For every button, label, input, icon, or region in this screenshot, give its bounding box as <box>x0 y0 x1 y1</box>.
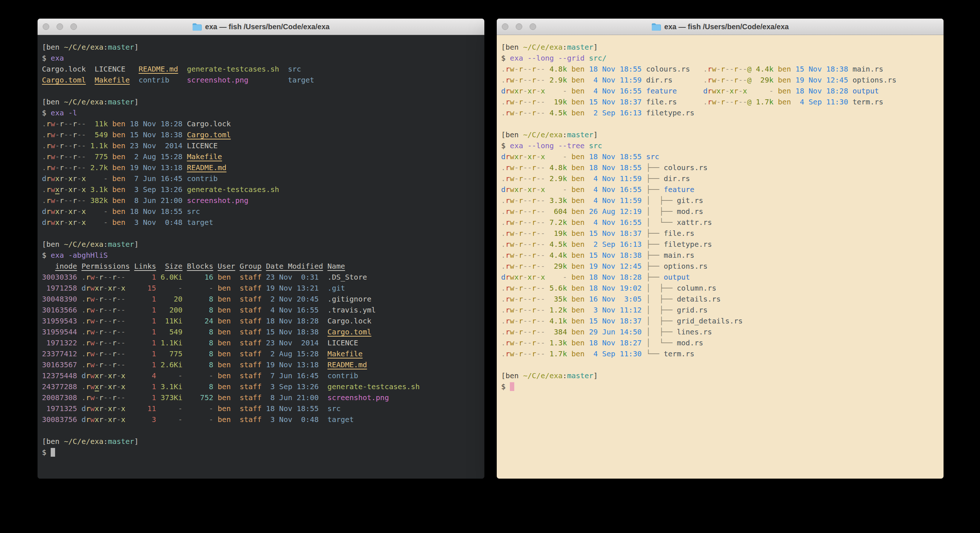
text-token: - <box>527 97 532 106</box>
text-token: 4.8 <box>550 65 563 73</box>
text-token: - <box>68 152 73 161</box>
text-token: - <box>91 207 108 216</box>
text-token: dir.rs <box>664 174 690 183</box>
text-token: r <box>99 327 103 336</box>
title-area: exa — fish /Users/ben/Code/exa/exa <box>651 22 789 31</box>
text-token <box>86 152 90 161</box>
text-token: r <box>506 327 510 336</box>
text-token <box>545 240 549 249</box>
text-token <box>585 75 589 85</box>
text-token: ben <box>112 174 126 183</box>
text-token: Date Modified <box>266 262 323 271</box>
text-token: 549 <box>91 130 108 139</box>
text-token: r <box>532 349 536 358</box>
tree-branch: ├── <box>646 240 663 249</box>
text-token <box>545 338 549 347</box>
terminal-line: .rw-r--r-- 19k ben 15 Nov 18:37 file.rs … <box>501 96 943 107</box>
text-token: k <box>563 295 567 303</box>
text-token: 15 Nov 18:38 <box>589 251 642 260</box>
text-token: k <box>563 218 567 227</box>
minimize-button[interactable] <box>516 23 522 30</box>
text-token: 18 Nov 18:55 <box>589 152 642 161</box>
text-token <box>641 152 646 161</box>
close-button[interactable] <box>43 23 49 30</box>
zoom-button[interactable] <box>530 23 536 30</box>
text-token <box>126 371 134 380</box>
terminal-line: .rw-r--r-- 7.2k ben 4 Nov 16:55 │ └── xa… <box>501 217 943 228</box>
terminal-screen[interactable]: [ben ~/C/e/exa:master]$ exa --long --gri… <box>497 35 943 392</box>
text-token: $ <box>501 382 510 391</box>
text-token: d <box>81 404 86 413</box>
text-token: 18 Nov 18:28 <box>130 120 183 128</box>
text-token: - <box>541 97 545 106</box>
text-token: x <box>55 174 59 183</box>
titlebar[interactable]: exa — fish /Users/ben/Code/exa/exa <box>38 19 484 35</box>
text-token: d <box>501 86 506 95</box>
terminal-line: .rw-r--r-- 2.9k ben 4 Nov 11:59 ├── dir.… <box>501 173 943 184</box>
terminal-screen[interactable]: [ben ~/C/e/exa:master]$ exaCargo.lock LI… <box>38 35 484 458</box>
text-token: x <box>527 152 532 161</box>
text-token: . <box>501 163 506 172</box>
text-token: 4 Nov 11:59 <box>589 75 642 85</box>
zoom-button[interactable] <box>70 23 77 30</box>
text-token: . <box>501 349 506 358</box>
text-token <box>567 284 571 292</box>
text-token <box>156 404 161 413</box>
text-token: x <box>121 382 126 391</box>
terminal-line <box>42 85 484 96</box>
text-token: - <box>121 316 126 325</box>
text-token: r <box>86 382 90 391</box>
text-token: [ben <box>42 43 64 51</box>
text-token: w <box>51 130 55 139</box>
text-token: 30030336 <box>42 273 77 281</box>
text-token: . <box>42 163 46 172</box>
text-token: - <box>103 404 108 413</box>
text-token: k <box>103 185 108 194</box>
text-token: w <box>51 141 55 150</box>
text-token <box>585 262 589 271</box>
close-button[interactable] <box>502 23 508 30</box>
text-token: r <box>734 75 738 85</box>
text-token: 23377412 <box>42 349 77 358</box>
text-token: x <box>95 371 99 380</box>
text-token: - <box>550 185 567 194</box>
minimize-button[interactable] <box>57 23 63 30</box>
text-token: - <box>68 163 73 172</box>
text-token: r <box>532 185 536 194</box>
text-token <box>182 306 187 314</box>
text-token: 1 <box>134 393 156 402</box>
text-token: staff <box>240 338 261 347</box>
text-token: r <box>519 229 523 238</box>
text-token: w <box>510 109 514 117</box>
text-token: x <box>121 415 126 424</box>
text-token: ben <box>218 349 231 358</box>
text-token: - <box>121 393 126 402</box>
text-token: r <box>519 207 523 216</box>
text-token: 8 Jun 21:00 <box>130 196 183 205</box>
text-token <box>319 371 328 380</box>
text-token: ben <box>571 86 585 95</box>
text-token <box>182 218 187 227</box>
text-token <box>261 371 266 380</box>
text-token: r <box>112 338 117 347</box>
text-token <box>108 218 112 227</box>
text-token: - <box>527 327 532 336</box>
terminal-line: [ben ~/C/e/exa:master] <box>501 370 943 381</box>
text-token <box>641 97 646 106</box>
text-token: - <box>103 382 108 391</box>
text-token: r <box>86 327 90 336</box>
cursor-block <box>510 382 514 391</box>
text-token: w <box>510 196 514 205</box>
text-token <box>231 273 240 281</box>
text-token: - <box>108 327 112 336</box>
terminal-line: [ben ~/C/e/exa:master] <box>501 129 943 140</box>
text-token: staff <box>240 273 261 281</box>
titlebar[interactable]: exa — fish /Users/ben/Code/exa/exa <box>497 19 943 35</box>
text-token: details.rs <box>677 295 721 303</box>
text-token: 3 Sep 13:26 <box>266 382 319 391</box>
text-token: r <box>59 130 64 139</box>
text-token: - <box>523 349 527 358</box>
terminal-line: .rw-r--r-- 1.3k ben 18 Nov 18:27 │ └── m… <box>501 337 943 348</box>
text-token: r <box>532 109 536 117</box>
text-token: Ki <box>173 338 182 347</box>
